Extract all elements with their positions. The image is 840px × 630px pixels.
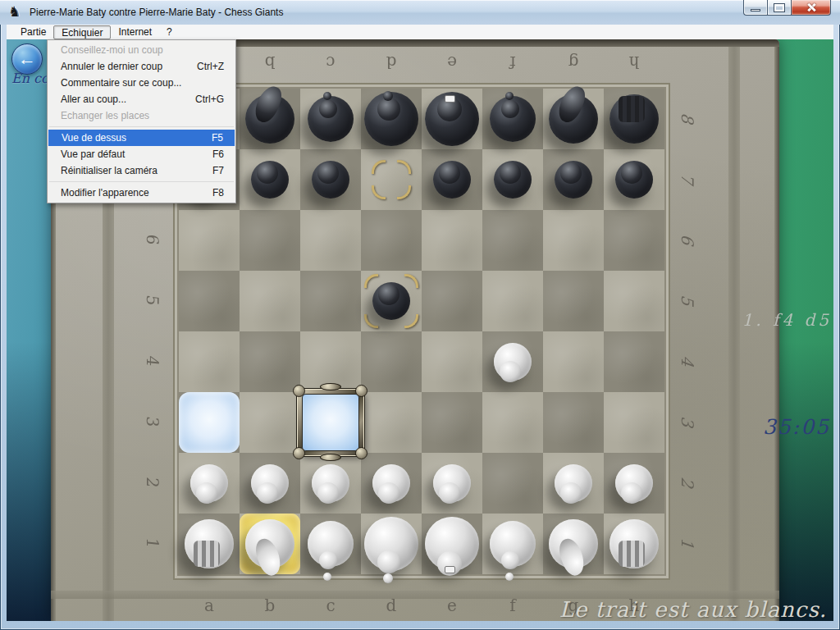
square-d6[interactable] [361, 210, 422, 271]
pawn-head [196, 482, 217, 504]
white-bishop[interactable] [482, 514, 543, 574]
square-d4[interactable] [361, 331, 422, 392]
black-pawn[interactable] [361, 271, 422, 331]
square-g3[interactable] [543, 392, 604, 453]
menubar-item-echiquier[interactable]: Echiquier [53, 25, 111, 39]
pawn-head [257, 482, 278, 504]
file-label-g-top: g [543, 52, 604, 72]
white-pawn[interactable] [179, 453, 240, 514]
square-h3[interactable] [604, 392, 664, 453]
rank-label-8-right: 8 [678, 105, 697, 132]
white-rook[interactable] [179, 514, 240, 574]
marker-corner-tr [397, 160, 411, 174]
black-pawn[interactable] [240, 149, 300, 210]
square-b3[interactable] [240, 392, 300, 453]
menu-item-vue-de-dessus[interactable]: Vue de dessusF5 [48, 130, 235, 146]
square-g6[interactable] [543, 210, 604, 271]
menu-item-label: Modifier l'apparence [61, 187, 149, 199]
white-rook[interactable] [604, 514, 664, 574]
menubar-item-help[interactable]: ? [159, 25, 180, 39]
square-b4[interactable] [240, 331, 300, 392]
square-f6[interactable] [482, 210, 543, 271]
white-pawn[interactable] [482, 331, 543, 392]
white-king[interactable] [422, 514, 482, 574]
black-pawn[interactable] [543, 149, 604, 210]
black-king[interactable] [422, 89, 482, 149]
square-c5[interactable] [300, 271, 361, 331]
title-bar[interactable]: ♞ Pierre-Marie Baty contre Pierre-Marie … [0, 0, 840, 25]
close-icon [806, 2, 817, 13]
menu-item-modifier-lapparence[interactable]: Modifier l'apparenceF8 [48, 185, 235, 201]
menu-item-label: Aller au coup... [61, 94, 126, 105]
white-pawn[interactable] [240, 453, 300, 514]
menu-item-aller-au-coup[interactable]: Aller au coup...Ctrl+G [48, 91, 235, 107]
menu-item-label: Conseillez-moi un coup [61, 44, 163, 56]
square-h6[interactable] [604, 210, 664, 271]
white-queen[interactable] [361, 514, 422, 574]
white-pawn[interactable] [604, 453, 664, 514]
rank-label-4-left: 4 [143, 348, 162, 375]
pawn-head [439, 162, 460, 184]
square-f5[interactable] [482, 271, 543, 331]
white-pawn[interactable] [300, 453, 361, 514]
black-rook[interactable] [604, 89, 664, 149]
minimize-button[interactable] [743, 0, 767, 16]
square-c6[interactable] [300, 210, 361, 271]
square-h5[interactable] [604, 271, 664, 331]
white-pawn[interactable] [361, 453, 422, 514]
square-f3[interactable] [482, 392, 543, 453]
square-b6[interactable] [240, 210, 300, 271]
square-g5[interactable] [543, 271, 604, 331]
black-knight[interactable] [240, 89, 300, 149]
square-e5[interactable] [422, 271, 482, 331]
black-pawn[interactable] [300, 149, 361, 210]
hover-square-glow [302, 394, 359, 451]
menu-item-label: Vue de dessus [62, 132, 126, 144]
square-a5[interactable] [179, 271, 240, 331]
close-button[interactable] [792, 0, 831, 16]
square-e6[interactable] [422, 210, 482, 271]
last-move-marker-d7 [372, 160, 411, 199]
black-queen[interactable] [361, 89, 422, 149]
square-b5[interactable] [240, 271, 300, 331]
black-knight[interactable] [543, 89, 604, 149]
black-pawn[interactable] [604, 149, 664, 210]
menubar-item-internet[interactable]: Internet [111, 25, 159, 39]
white-knight[interactable] [543, 514, 604, 574]
maximize-button[interactable] [767, 0, 792, 16]
white-knight[interactable] [240, 514, 300, 574]
square-e3[interactable] [422, 392, 482, 453]
square-f2[interactable] [482, 453, 543, 514]
pawn-head [378, 482, 399, 504]
rook-head [194, 541, 220, 567]
bishop-head [319, 100, 337, 118]
square-a4[interactable] [179, 331, 240, 392]
menu-item-echanger-les-places[interactable]: Echanger les places [48, 107, 235, 124]
black-bishop[interactable] [482, 89, 543, 149]
white-pawn[interactable] [422, 453, 482, 514]
menu-item-vue-par-defaut[interactable]: Vue par défautF6 [48, 146, 235, 162]
square-d3[interactable] [361, 392, 422, 453]
menu-item-conseillezmoi-un-coup[interactable]: Conseillez-moi un coup [48, 42, 235, 58]
frame-corner-ornament [355, 385, 368, 397]
black-bishop[interactable] [300, 89, 361, 149]
pawn-head [257, 162, 278, 184]
rank-label-2-left: 2 [143, 469, 162, 496]
menu-item-reinitialiser-la-camera[interactable]: Réinitialiser la caméraF7 [48, 162, 235, 179]
square-e4[interactable] [422, 331, 482, 392]
black-pawn[interactable] [482, 149, 543, 210]
white-pawn[interactable] [543, 453, 604, 514]
square-h4[interactable] [604, 331, 664, 392]
menu-item-annuler-le-dernier-coup[interactable]: Annuler le dernier coupCtrl+Z [48, 58, 235, 75]
black-pawn[interactable] [422, 149, 482, 210]
file-label-c-top: c [300, 52, 361, 72]
menu-item-commentaire-sur-ce-coup[interactable]: Commentaire sur ce coup... [48, 75, 235, 91]
menubar-item-partie[interactable]: Partie [13, 25, 53, 39]
king-cross-badge [445, 566, 455, 573]
frame-edge-ornament [320, 383, 341, 390]
white-bishop[interactable] [300, 514, 361, 574]
rank-label-1-right: 1 [678, 530, 697, 557]
square-a6[interactable] [179, 210, 240, 271]
square-g4[interactable] [543, 331, 604, 392]
file-label-d-top: d [361, 52, 422, 72]
